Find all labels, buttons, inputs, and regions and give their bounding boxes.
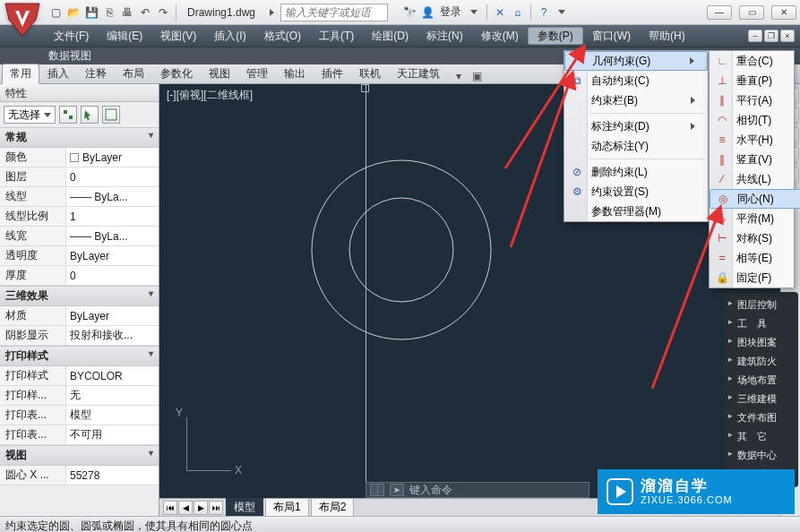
- prop-row-lineweight[interactable]: 线宽—— ByLa...: [0, 227, 159, 246]
- submenu-equal[interactable]: =相等(E): [710, 248, 800, 268]
- ribbon-tab-insert[interactable]: 插入: [39, 64, 77, 83]
- menu-edit[interactable]: 编辑(E): [98, 25, 151, 47]
- user-icon[interactable]: 👤: [419, 4, 435, 21]
- tab-nav-prev[interactable]: ◀: [178, 501, 193, 515]
- menu-constraint-settings[interactable]: ⚙ 约束设置(S): [564, 182, 708, 202]
- menu-dim-constraint[interactable]: 标注约束(D): [564, 116, 708, 136]
- ribbon-extras-button[interactable]: ▾: [452, 69, 466, 83]
- prop-row-transparency[interactable]: 透明度ByLayer: [0, 246, 159, 266]
- submenu-smooth[interactable]: ∿平滑(M): [710, 209, 800, 228]
- mdi-restore-button[interactable]: ❐: [764, 30, 778, 42]
- ribbon-tab-addins[interactable]: 插件: [314, 64, 351, 83]
- ribbon-tab-layout[interactable]: 布局: [115, 64, 152, 83]
- submenu-coincident[interactable]: ∟重合(C): [710, 51, 800, 71]
- prop-row-plottable[interactable]: 打印表...模型: [0, 406, 159, 425]
- search-go-icon[interactable]: [263, 4, 280, 21]
- palette-item[interactable]: 其 它: [727, 427, 796, 446]
- menu-constraint-bar[interactable]: 约束栏(B): [564, 90, 708, 110]
- menu-dimension[interactable]: 标注(N): [417, 25, 472, 47]
- tab-nav-next[interactable]: ▶: [194, 501, 208, 515]
- qat-new-icon[interactable]: ▢: [47, 4, 64, 21]
- group-plotstyle[interactable]: 打印样式: [0, 346, 159, 366]
- prop-row-shadow[interactable]: 阴影显示投射和接收...: [0, 326, 159, 346]
- dataview-label[interactable]: 数据视图: [45, 48, 95, 64]
- tab-model[interactable]: 模型: [226, 498, 263, 516]
- menu-delete-constraint[interactable]: ⊘ 删除约束(L): [564, 162, 708, 182]
- menu-view[interactable]: 视图(V): [151, 25, 205, 47]
- qat-redo-icon[interactable]: ↷: [155, 4, 171, 21]
- ribbon-tab-home[interactable]: 常用: [2, 64, 39, 84]
- qat-save-icon[interactable]: 💾: [83, 4, 99, 21]
- prop-row-ltscale[interactable]: 线型比例1: [0, 207, 159, 227]
- menu-insert[interactable]: 插入(I): [205, 25, 254, 47]
- maximize-button[interactable]: ▭: [739, 5, 764, 20]
- palette-item[interactable]: 图块图案: [727, 333, 796, 352]
- binoculars-icon[interactable]: 🔭: [401, 4, 417, 21]
- palette-item[interactable]: 三维建模: [727, 390, 796, 408]
- tab-nav-first[interactable]: ⏮: [163, 501, 177, 515]
- submenu-symmetric[interactable]: ⊢对称(S): [710, 228, 800, 248]
- menu-help[interactable]: 帮助(H): [640, 25, 694, 47]
- prop-row-plotstyle2[interactable]: 打印样...无: [0, 386, 159, 406]
- ribbon-tab-online[interactable]: 联机: [351, 64, 389, 83]
- mdi-close-button[interactable]: ×: [780, 30, 795, 42]
- menu-param-manager[interactable]: 参数管理器(M): [564, 202, 708, 221]
- prop-row-centerx[interactable]: 圆心 X ...55278: [0, 466, 159, 485]
- menu-draw[interactable]: 绘图(D): [363, 25, 417, 47]
- pick-object-button[interactable]: [81, 106, 99, 124]
- menu-modify[interactable]: 修改(M): [472, 25, 528, 47]
- app-menu-button[interactable]: [2, 0, 43, 36]
- menu-window[interactable]: 窗口(W): [583, 25, 640, 47]
- ribbon-tab-manage[interactable]: 管理: [238, 64, 276, 83]
- prop-row-plottable2[interactable]: 打印表...不可用: [0, 425, 159, 445]
- selection-dropdown[interactable]: 无选择: [4, 106, 56, 124]
- ribbon-tab-output[interactable]: 输出: [276, 64, 314, 83]
- prop-row-material[interactable]: 材质ByLayer: [0, 306, 159, 326]
- submenu-concentric[interactable]: ◎同心(N): [710, 189, 800, 209]
- quick-select-button[interactable]: [59, 106, 77, 124]
- ribbon-tab-annotate[interactable]: 注释: [77, 64, 115, 83]
- submenu-fix[interactable]: 🔒固定(F): [710, 268, 800, 287]
- palette-item[interactable]: 场地布置: [727, 371, 796, 390]
- submenu-horizontal[interactable]: ≡水平(H): [710, 130, 800, 150]
- tab-nav-last[interactable]: ⏭: [209, 501, 223, 515]
- menu-dynamic-dim[interactable]: 动态标注(Y): [564, 136, 708, 156]
- cmd-expand-icon[interactable]: ➤: [390, 484, 404, 496]
- prop-row-color[interactable]: 颜色ByLayer: [0, 148, 159, 167]
- cmd-handle-icon[interactable]: ⋮: [370, 484, 384, 496]
- tab-layout1[interactable]: 布局1: [265, 498, 309, 516]
- help-icon[interactable]: ?: [536, 4, 552, 21]
- prop-row-linetype[interactable]: 线型—— ByLa...: [0, 187, 159, 207]
- menu-tools[interactable]: 工具(T): [310, 25, 363, 47]
- toggle-pickadd-button[interactable]: [102, 106, 120, 124]
- group-3deffects[interactable]: 三维效果: [0, 286, 159, 306]
- submenu-parallel[interactable]: ∥平行(A): [710, 90, 800, 110]
- tarch-palette[interactable]: 图层控制 工 具 图块图案 建筑防火 场地布置 三维建模 文件布图 其 它 数据…: [725, 292, 798, 487]
- prop-row-layer[interactable]: 图层0: [0, 167, 159, 187]
- command-line[interactable]: ⋮ ➤ 键入命令: [366, 482, 589, 498]
- search-box[interactable]: [280, 4, 388, 21]
- exchange-icon[interactable]: ✕: [492, 4, 508, 21]
- submenu-tangent[interactable]: ◠相切(T): [710, 110, 800, 130]
- ribbon-tab-tarch[interactable]: 天正建筑: [389, 64, 448, 83]
- mdi-minimize-button[interactable]: –: [748, 30, 762, 42]
- palette-item[interactable]: 建筑防火: [727, 352, 796, 371]
- menu-parameters[interactable]: 参数(P): [528, 27, 583, 45]
- prop-row-plotstyle[interactable]: 打印样式BYCOLOR: [0, 366, 159, 386]
- menu-file[interactable]: 文件(F): [45, 25, 98, 47]
- qat-print-icon[interactable]: 🖶: [119, 4, 135, 21]
- login-link[interactable]: 登录: [440, 4, 461, 20]
- qat-saveas-icon[interactable]: ⎘: [101, 4, 117, 21]
- palette-item[interactable]: 图层控制: [727, 296, 796, 314]
- submenu-collinear[interactable]: ∕共线(L): [710, 169, 800, 189]
- palette-item[interactable]: 工 具: [727, 314, 796, 333]
- qat-undo-icon[interactable]: ↶: [137, 4, 153, 21]
- ribbon-tab-view[interactable]: 视图: [201, 64, 238, 83]
- submenu-vertical[interactable]: ‖竖直(V): [710, 150, 800, 169]
- menu-format[interactable]: 格式(O): [255, 25, 310, 47]
- palette-item[interactable]: 文件布图: [727, 408, 796, 427]
- submenu-perpendicular[interactable]: ⊥垂直(P): [710, 71, 800, 90]
- prop-row-thickness[interactable]: 厚度0: [0, 266, 159, 286]
- tab-layout2[interactable]: 布局2: [311, 498, 355, 516]
- cloud-icon[interactable]: ⩍: [510, 4, 526, 21]
